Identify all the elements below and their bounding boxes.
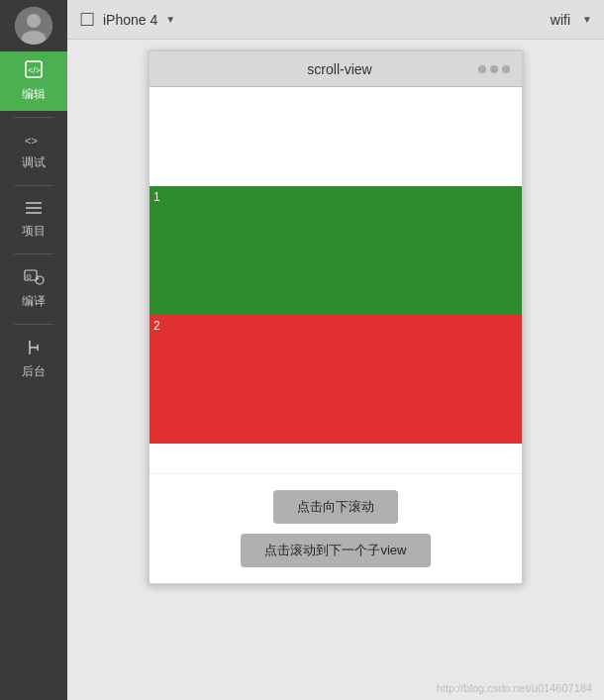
sidebar-item-compile-label: 编译 bbox=[22, 293, 46, 310]
svg-text:⚙: ⚙ bbox=[26, 273, 32, 280]
topbar: ☐ iPhone 4 ▼ wifi ▼ bbox=[67, 0, 604, 40]
sidebar-item-backend[interactable]: 后台 bbox=[0, 331, 67, 388]
dot-2 bbox=[490, 65, 498, 73]
divider-3 bbox=[14, 253, 53, 254]
sidebar-item-project-label: 项目 bbox=[22, 223, 46, 240]
watermark: http://blog.csdn.net/u014607184 bbox=[437, 682, 592, 694]
header-dots bbox=[478, 65, 510, 73]
scroll-white-area bbox=[150, 87, 522, 186]
scroll-next-button[interactable]: 点击滚动到下一个子view bbox=[241, 534, 430, 567]
divider-1 bbox=[14, 117, 53, 118]
sidebar-item-edit-label: 编辑 bbox=[22, 86, 46, 103]
sidebar-item-project[interactable]: 项目 bbox=[0, 192, 67, 248]
sidebar-item-compile[interactable]: ⚙ 编译 bbox=[0, 260, 67, 318]
avatar-container bbox=[0, 0, 67, 51]
phone-header: scroll-view bbox=[150, 51, 522, 87]
svg-point-1 bbox=[27, 14, 41, 28]
debug-icon: <> bbox=[24, 132, 44, 152]
divider-4 bbox=[14, 324, 53, 325]
sidebar-item-debug[interactable]: <> 调试 bbox=[0, 124, 67, 179]
divider-2 bbox=[14, 185, 53, 186]
backend-icon bbox=[24, 339, 44, 361]
wifi-label: wifi bbox=[551, 12, 570, 28]
device-icon: ☐ bbox=[79, 9, 95, 31]
dot-3 bbox=[502, 65, 510, 73]
sidebar-item-backend-label: 后台 bbox=[22, 363, 46, 380]
buttons-area: 点击向下滚动 点击滚动到下一个子view bbox=[150, 473, 522, 583]
wifi-dropdown[interactable]: ▼ bbox=[582, 14, 592, 25]
sidebar: </> 编辑 <> 调试 项目 bbox=[0, 0, 67, 700]
edit-icon: </> bbox=[24, 59, 44, 84]
compile-icon: ⚙ bbox=[23, 268, 45, 291]
scroll-down-button[interactable]: 点击向下滚动 bbox=[273, 490, 398, 524]
avatar bbox=[15, 7, 52, 45]
scroll-item-2-label: 2 bbox=[153, 319, 160, 333]
scroll-item-1: 1 bbox=[150, 186, 522, 315]
phone-title: scroll-view bbox=[201, 61, 478, 77]
svg-text:</>: </> bbox=[28, 65, 41, 75]
scroll-item-2: 2 bbox=[150, 315, 522, 444]
project-icon bbox=[24, 200, 44, 221]
scroll-view-content: 1 2 bbox=[150, 87, 522, 473]
phone-area: scroll-view 1 2 点击向下滚动 点 bbox=[67, 40, 604, 700]
sidebar-item-edit[interactable]: </> 编辑 bbox=[0, 51, 67, 111]
device-name: iPhone 4 bbox=[103, 12, 157, 28]
sidebar-item-debug-label: 调试 bbox=[22, 154, 46, 171]
scroll-item-1-label: 1 bbox=[153, 190, 160, 204]
main-content: ☐ iPhone 4 ▼ wifi ▼ scroll-view bbox=[67, 0, 604, 700]
phone-frame: scroll-view 1 2 点击向下滚动 点 bbox=[148, 50, 524, 585]
dot-1 bbox=[478, 65, 486, 73]
device-dropdown[interactable]: ▼ bbox=[165, 14, 175, 25]
svg-text:<>: <> bbox=[25, 135, 38, 147]
